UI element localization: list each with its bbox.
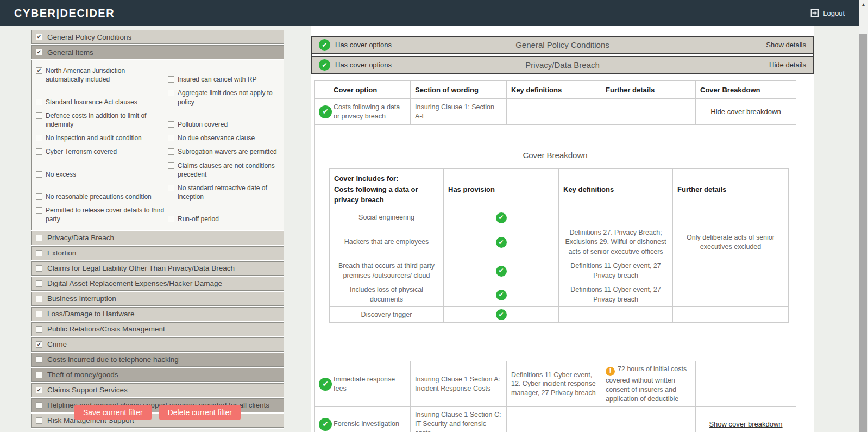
checkbox[interactable] bbox=[168, 162, 174, 169]
filter-option[interactable]: No inspection and audit condition bbox=[36, 134, 168, 142]
checkbox[interactable] bbox=[36, 265, 42, 272]
sidebar-group-item[interactable]: Claims for Legal Liability Other Than Pr… bbox=[31, 261, 284, 276]
checkbox[interactable] bbox=[36, 99, 42, 105]
filter-option[interactable]: No excess bbox=[36, 170, 168, 179]
checkbox[interactable]: ✔ bbox=[36, 67, 42, 74]
filter-option[interactable]: Pollution covered bbox=[168, 120, 279, 129]
scrollbar-up-arrow[interactable]: ▲ bbox=[859, 0, 868, 9]
checkbox[interactable]: ✔ bbox=[36, 341, 42, 348]
cover-breakdown-link[interactable]: Show cover breakdown bbox=[709, 420, 782, 428]
filter-option[interactable]: Standard Insurance Act clauses bbox=[36, 98, 168, 107]
section-details-link[interactable]: Hide details bbox=[769, 61, 806, 69]
filter-option-label: No excess bbox=[46, 170, 76, 179]
logout-button[interactable]: Logout bbox=[810, 9, 845, 17]
filter-option[interactable]: Permitted to release cover details to th… bbox=[36, 206, 168, 223]
section-details-link[interactable]: Show details bbox=[766, 41, 806, 49]
sidebar-group-item[interactable]: ✔Crime bbox=[31, 337, 284, 352]
filter-option[interactable]: Defence costs in addition to limit of in… bbox=[36, 111, 168, 129]
checkbox[interactable] bbox=[168, 121, 174, 128]
checkbox[interactable] bbox=[36, 112, 42, 119]
checkbox[interactable] bbox=[36, 135, 42, 141]
filter-option-row: Standard Insurance Act clausesAggregate … bbox=[36, 89, 279, 106]
sidebar-group-item[interactable]: Loss/Damage to Hardware bbox=[31, 307, 284, 321]
further-details-cell: !72 hours of initial costs covered witho… bbox=[601, 361, 696, 407]
filter-option[interactable]: No reasonable precautions condition bbox=[36, 192, 168, 201]
section-status: ✔Has cover options bbox=[319, 59, 392, 71]
checkbox[interactable] bbox=[36, 207, 42, 214]
save-filter-button[interactable]: Save current filter bbox=[74, 405, 152, 420]
checkbox[interactable] bbox=[168, 185, 174, 191]
sidebar-group-item[interactable]: Extortion bbox=[31, 246, 284, 260]
section-header-bar: ✔Has cover optionsPrivacy/Data BreachHid… bbox=[312, 56, 813, 74]
filter-option[interactable]: Aggregate limit does not apply to policy bbox=[168, 89, 279, 106]
cover-table-header-cell: Section of wording bbox=[411, 81, 507, 99]
page-scrollbar[interactable]: ▲ bbox=[859, 0, 868, 432]
filter-option[interactable]: Subrogation waivers are permitted bbox=[168, 147, 279, 156]
filter-option[interactable]: Run-off period bbox=[168, 215, 279, 223]
cover-table-header-cell bbox=[315, 81, 329, 99]
has-cover-icon: ✔ bbox=[496, 266, 507, 277]
filter-option-row: No excessClaims clauses are not conditio… bbox=[36, 161, 279, 179]
sidebar-group-item[interactable]: Privacy/Data Breach bbox=[31, 231, 284, 245]
breakdown-item-row: Hackers that are employees✔Definitions 2… bbox=[330, 226, 789, 259]
breakdown-item-row: Discovery trigger✔ bbox=[330, 307, 789, 323]
cover-option-cell: Forensic investigation bbox=[329, 407, 411, 432]
sidebar-group-item[interactable]: ✔Claims Support Services bbox=[31, 383, 284, 397]
filter-option-label: No reasonable precautions condition bbox=[46, 192, 152, 201]
cover-breakdown-link[interactable]: Hide cover breakdown bbox=[710, 108, 781, 116]
breakdown-item-cell: Breach that occurs at third party premis… bbox=[330, 259, 444, 283]
filter-option[interactable]: Claims clauses are not conditions preced… bbox=[168, 161, 279, 179]
delete-filter-button[interactable]: Delete current filter bbox=[159, 405, 241, 420]
checkbox[interactable] bbox=[36, 296, 42, 302]
sidebar-sub-item[interactable]: Costs incurred due to telephone hacking bbox=[31, 353, 284, 367]
checkbox[interactable] bbox=[36, 193, 42, 200]
checkbox[interactable] bbox=[168, 135, 174, 141]
breakdown-item-cell: Discovery trigger bbox=[330, 307, 444, 323]
filter-option-row: Permitted to release cover details to th… bbox=[36, 206, 279, 223]
has-cover-icon: ✔ bbox=[319, 378, 332, 391]
checkbox[interactable] bbox=[36, 171, 42, 178]
sidebar-item-label: Loss/Damage to Hardware bbox=[47, 310, 135, 318]
breakdown-header-cell: Cover includes for:Costs following a dat… bbox=[330, 169, 444, 210]
breakdown-key-definitions-cell: Definitions 27. Privacy Breach; Exclusio… bbox=[559, 226, 673, 259]
checkbox[interactable] bbox=[36, 250, 42, 256]
has-cover-icon: ✔ bbox=[319, 418, 332, 431]
checkbox[interactable] bbox=[36, 235, 42, 241]
cover-breakdown-cell bbox=[696, 361, 796, 407]
checkbox[interactable] bbox=[36, 326, 42, 333]
filter-option-label: Insured can cancel with RP bbox=[178, 75, 256, 84]
checkbox[interactable]: ✔ bbox=[36, 34, 42, 40]
checkbox[interactable]: ✔ bbox=[36, 49, 42, 55]
sidebar-group-item[interactable]: ✔General Policy Conditions bbox=[31, 30, 284, 44]
checkbox[interactable]: ✔ bbox=[36, 387, 42, 393]
sidebar-group-item[interactable]: Public Relations/Crisis Management bbox=[31, 322, 284, 336]
cover-row-status-cell: ✔ bbox=[315, 99, 329, 125]
checkbox[interactable] bbox=[36, 148, 42, 155]
has-cover-icon: ✔ bbox=[319, 59, 330, 71]
filter-option[interactable]: Insured can cancel with RP bbox=[168, 75, 279, 84]
breakdown-key-definitions-cell bbox=[559, 307, 673, 323]
checkbox[interactable] bbox=[36, 280, 42, 287]
checkbox[interactable] bbox=[168, 90, 174, 96]
further-details-cell bbox=[601, 99, 696, 125]
checkbox[interactable] bbox=[168, 76, 174, 83]
key-definitions-cell bbox=[507, 99, 601, 125]
filter-option-label: Aggregate limit does not apply to policy bbox=[178, 89, 279, 106]
filter-option[interactable]: Cyber Terrorism covered bbox=[36, 147, 168, 156]
checkbox[interactable] bbox=[36, 372, 42, 378]
sidebar-group-item[interactable]: ✔General Items bbox=[31, 45, 284, 59]
checkbox[interactable] bbox=[36, 311, 42, 317]
filter-option[interactable]: ✔North American Jurisdiction automatical… bbox=[36, 66, 168, 84]
filter-option[interactable]: No standard retroactive date of inceptio… bbox=[168, 184, 279, 201]
sidebar-sub-item[interactable]: Theft of money/goods bbox=[31, 368, 284, 382]
scrollbar-thumb[interactable] bbox=[859, 34, 867, 432]
sidebar-group-item[interactable]: Digital Asset Replacement Expenses/Hacke… bbox=[31, 277, 284, 291]
breakdown-header-line1: Cover includes for: bbox=[334, 173, 439, 184]
checkbox[interactable] bbox=[168, 216, 174, 222]
checkbox[interactable] bbox=[36, 356, 42, 363]
checkbox[interactable] bbox=[168, 148, 174, 155]
filter-option[interactable]: No due observance clause bbox=[168, 134, 279, 142]
breakdown-header-row: Cover includes for:Costs following a dat… bbox=[330, 169, 789, 210]
logout-label: Logout bbox=[823, 9, 845, 17]
sidebar-group-item[interactable]: Business Interruption bbox=[31, 292, 284, 306]
